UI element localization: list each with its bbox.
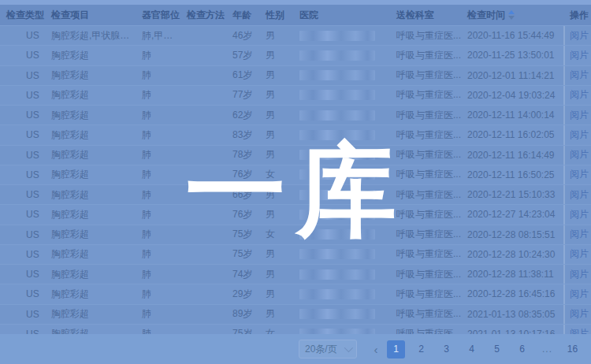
table-row[interactable]: US 胸腔彩超 肺 76岁 男 呼吸与重症医... 2020-12-27 14:… [0,205,591,225]
cell-gender: 男 [259,49,293,62]
cell-department: 呼吸与重症医... [390,88,461,102]
view-images-link[interactable]: 阅片 [570,247,589,261]
col-header-gender: 性别 [259,9,293,22]
view-images-link[interactable]: 阅片 [570,307,589,321]
cell-organ: 肺 [136,247,180,261]
cell-department: 呼吸与重症医... [390,307,461,321]
cell-age: 76岁 [226,168,259,181]
cell-gender: 男 [259,268,293,281]
cell-action: 阅片 [563,86,591,105]
col-header-hospital-label: 医院 [299,9,318,22]
pager-page-5[interactable]: 5 [488,340,506,358]
view-images-link[interactable]: 阅片 [570,88,589,102]
view-images-link[interactable]: 阅片 [570,49,589,62]
cell-age: 46岁 [226,29,259,43]
cell-exam-type: US [0,150,45,161]
sort-descending-icon[interactable] [508,16,515,20]
cell-organ: 肺 [136,268,180,281]
table-row[interactable]: US 胸腔彩超 肺 29岁 男 呼吸与重症医... 2020-12-28 16:… [0,284,591,304]
cell-age: 89岁 [226,307,259,321]
cell-department: 呼吸与重症医... [390,188,461,202]
col-header-action-label: 操作 [570,9,589,22]
table-row[interactable]: US 胸腔彩超 肺 78岁 男 呼吸与重症医... 2020-12-11 16:… [0,146,591,165]
view-images-link[interactable]: 阅片 [570,168,589,181]
table-row[interactable]: US 胸腔彩超,甲状腺彩超 肺,甲状... 46岁 男 呼吸与重症医... 20… [0,26,591,46]
table-row[interactable]: US 胸腔彩超 肺 77岁 男 呼吸与重症医... 2020-12-04 19:… [0,86,591,106]
pager-page-4[interactable]: 4 [463,340,481,358]
pager-page-3[interactable]: 3 [437,340,455,358]
cell-exam-item: 胸腔彩超 [45,109,136,122]
cell-hospital [293,190,390,200]
cell-action: 阅片 [563,146,591,165]
view-images-link[interactable]: 阅片 [570,188,589,202]
table-row[interactable]: US 胸腔彩超 肺 66岁 男 呼吸与重症医... 2020-12-21 15:… [0,185,591,205]
cell-exam-item: 胸腔彩超 [45,247,136,261]
cell-gender: 男 [259,208,293,221]
col-header-action: 操作 [563,9,591,22]
cell-exam-item: 胸腔彩超 [45,49,136,62]
hospital-redacted-block [299,31,375,41]
view-images-link[interactable]: 阅片 [570,128,589,142]
hospital-redacted-block [299,269,375,280]
pager-page-1[interactable]: 1 [387,340,405,358]
table-row[interactable]: US 胸腔彩超 肺 83岁 男 呼吸与重症医... 2020-12-11 16:… [0,125,591,145]
pager-ellipsis[interactable]: ... [538,340,556,358]
cell-exam-item: 胸腔彩超 [45,148,136,162]
cell-exam-item: 胸腔彩超 [45,228,136,241]
table-body: US 胸腔彩超,甲状腺彩超 肺,甲状... 46岁 男 呼吸与重症医... 20… [0,26,591,345]
cell-department: 呼吸与重症医... [390,109,461,122]
table-row[interactable]: US 胸腔彩超 肺 76岁 女 呼吸与重症医... 2020-12-11 16:… [0,165,591,185]
sort-ascending-icon[interactable] [508,10,515,14]
view-images-link[interactable]: 阅片 [570,288,589,301]
pager-page-2[interactable]: 2 [412,340,430,358]
table-row[interactable]: US 胸腔彩超 肺 75岁 男 呼吸与重症医... 2020-12-28 10:… [0,245,591,265]
cell-exam-type: US [0,169,45,180]
col-header-hospital: 医院 [293,9,390,22]
table-row[interactable]: US 胸腔彩超 肺 61岁 男 呼吸与重症医... 2020-12-01 11:… [0,66,591,86]
col-header-exam-type: 检查类型 [0,9,45,22]
view-images-link[interactable]: 阅片 [570,268,589,281]
hospital-redacted-block [299,309,375,319]
sort-caret-icon[interactable] [508,10,515,20]
table-row[interactable]: US 胸腔彩超 肺 57岁 男 呼吸与重症医... 2020-11-25 13:… [0,46,591,65]
pager-page-6[interactable]: 6 [513,340,531,358]
cell-gender: 女 [259,228,293,241]
view-images-link[interactable]: 阅片 [570,69,589,82]
cell-age: 57岁 [226,49,259,62]
table-row[interactable]: US 胸腔彩超 肺 75岁 女 呼吸与重症医... 2020-12-28 08:… [0,225,591,245]
cell-exam-time: 2020-12-28 11:38:11 [461,269,563,280]
table-row[interactable]: US 胸腔彩超 肺 74岁 男 呼吸与重症医... 2020-12-28 11:… [0,265,591,284]
page-size-label: 20条/页 [305,343,337,356]
cell-exam-item: 胸腔彩超 [45,208,136,221]
cell-exam-item: 胸腔彩超 [45,88,136,102]
cell-action: 阅片 [563,225,591,244]
cell-exam-type: US [0,209,45,220]
view-images-link[interactable]: 阅片 [570,148,589,162]
page-size-select[interactable]: 20条/页 [299,340,357,358]
pager-prev-button[interactable]: ‹ [368,340,384,358]
table-row[interactable]: US 胸腔彩超 肺 89岁 男 呼吸与重症医... 2021-01-13 08:… [0,305,591,325]
cell-organ: 肺 [136,188,180,202]
chevron-down-icon [344,344,353,352]
cell-action: 阅片 [563,305,591,324]
pager-pages: 123456...16 [387,340,582,358]
cell-exam-time: 2020-11-25 13:50:01 [461,50,563,61]
col-header-gender-label: 性别 [266,9,284,22]
view-images-link[interactable]: 阅片 [570,29,589,43]
cell-organ: 肺 [136,168,180,181]
cell-exam-type: US [0,129,45,140]
view-images-link[interactable]: 阅片 [570,228,589,241]
cell-organ: 肺 [136,148,180,162]
cell-department: 呼吸与重症医... [390,268,461,281]
view-images-link[interactable]: 阅片 [570,208,589,221]
cell-age: 76岁 [226,208,259,221]
col-header-age: 年龄 [226,9,259,22]
cell-hospital [293,289,390,299]
pager-page-16[interactable]: 16 [563,340,582,358]
cell-exam-type: US [0,70,45,81]
cell-gender: 男 [259,69,293,82]
view-images-link[interactable]: 阅片 [570,109,589,122]
col-header-exam-time[interactable]: 检查时间 [461,9,563,22]
cell-organ: 肺 [136,49,180,62]
table-row[interactable]: US 胸腔彩超 肺 62岁 男 呼吸与重症医... 2020-12-11 14:… [0,106,591,125]
